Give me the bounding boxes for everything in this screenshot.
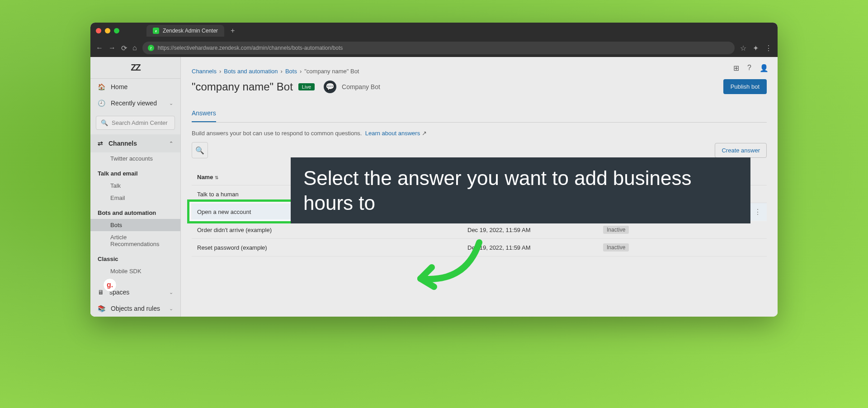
- search-answers-button[interactable]: 🔍: [192, 142, 208, 158]
- company-name: Company Bot: [342, 83, 380, 90]
- crumb-bots[interactable]: Bots: [285, 68, 297, 75]
- bot-avatar-icon: 💬: [324, 81, 336, 93]
- reload-icon[interactable]: ⟳: [121, 44, 127, 52]
- help-text-content: Build answers your bot can use to respon…: [192, 130, 362, 137]
- sort-icon: ⇅: [215, 175, 218, 180]
- sidebar-classic-header: Classic: [90, 250, 180, 265]
- page-title: "company name" Bot: [192, 81, 293, 93]
- table-row[interactable]: Order didn't arrive (example) Dec 19, 20…: [192, 221, 767, 239]
- crumb-bots-auto[interactable]: Bots and automation: [224, 68, 278, 75]
- lock-icon: z: [148, 45, 154, 51]
- crumb-channels[interactable]: Channels: [192, 68, 217, 75]
- browser-tab[interactable]: z Zendesk Admin Center: [146, 25, 224, 37]
- sidebar-search[interactable]: 🔍 Search Admin Center: [96, 116, 175, 130]
- tab-title: Zendesk Admin Center: [163, 28, 218, 34]
- search-icon: 🔍: [101, 119, 108, 126]
- create-answer-button[interactable]: Create answer: [715, 143, 767, 158]
- status-badge: Live: [298, 83, 315, 90]
- breadcrumbs: Channels › Bots and automation › Bots › …: [192, 68, 767, 75]
- search-placeholder: Search Admin Center: [112, 119, 168, 126]
- sidebar-twitter[interactable]: Twitter accounts: [90, 152, 180, 165]
- browser-window: z Zendesk Admin Center + ← → ⟳ ⌂ z https…: [90, 23, 778, 317]
- sidebar-article[interactable]: Article Recommendations: [90, 231, 180, 250]
- home-icon[interactable]: ⌂: [132, 44, 137, 52]
- home-label: Home: [111, 83, 127, 90]
- zendesk-logo-icon[interactable]: ZZ: [90, 57, 180, 79]
- url-text: https://selectivehardware.zendesk.com/ad…: [158, 45, 343, 51]
- monitor-icon: 🖥: [98, 289, 104, 296]
- tab-answers[interactable]: Answers: [192, 105, 216, 122]
- browser-right-icons: ☆ ✦ ⋮: [740, 44, 772, 52]
- extensions-icon[interactable]: ✦: [753, 44, 759, 52]
- external-icon: ↗: [422, 130, 427, 137]
- sidebar-objects[interactable]: 📚 Objects and rules ⌄: [90, 300, 180, 317]
- sidebar-talk[interactable]: Talk: [90, 180, 180, 192]
- chevron-down-icon: ⌄: [169, 289, 173, 295]
- objects-label: Objects and rules: [111, 305, 160, 312]
- help-link[interactable]: Learn about answers: [365, 130, 420, 137]
- minimize-window-icon[interactable]: [105, 28, 110, 33]
- apps-icon[interactable]: ⊞: [733, 64, 739, 72]
- sidebar-talk-email-header: Talk and email: [90, 165, 180, 180]
- sidebar-channels-header[interactable]: ⇄ Channels ⌃: [90, 134, 180, 152]
- chevron-down-icon: ⌄: [169, 306, 173, 312]
- app-content: ZZ 🏠 Home 🕘 Recently viewed ⌄ 🔍 Search A…: [90, 57, 778, 317]
- back-icon[interactable]: ←: [96, 44, 103, 52]
- sidebar-mobile-sdk[interactable]: Mobile SDK: [90, 265, 180, 277]
- chevron-down-icon: ⌄: [169, 100, 173, 106]
- channels-label: Channels: [108, 140, 137, 147]
- sidebar-email[interactable]: Email: [90, 192, 180, 204]
- profile-icon[interactable]: 👤: [760, 64, 769, 72]
- page-header: "company name" Bot Live 💬 Company Bot Pu…: [192, 79, 767, 94]
- sidebar-recently[interactable]: 🕘 Recently viewed ⌄: [90, 95, 180, 111]
- clock-icon: 🕘: [98, 100, 105, 107]
- close-window-icon[interactable]: [96, 28, 101, 33]
- sidebar-bots-header: Bots and automation: [90, 204, 180, 219]
- menu-icon[interactable]: ⋮: [765, 44, 772, 52]
- traffic-lights: [96, 28, 119, 33]
- status-pill: Inactive: [603, 243, 629, 251]
- bookmark-icon[interactable]: ☆: [740, 44, 746, 52]
- layers-icon: 📚: [98, 305, 105, 312]
- sidebar-home[interactable]: 🏠 Home: [90, 79, 180, 95]
- maximize-window-icon[interactable]: [114, 28, 119, 33]
- help-icon[interactable]: ?: [747, 64, 751, 72]
- recently-label: Recently viewed: [111, 100, 157, 107]
- g-badge-icon[interactable]: g.: [103, 278, 117, 292]
- instruction-callout: Select the answer you want to add busine…: [291, 157, 750, 223]
- status-pill: Inactive: [603, 226, 629, 234]
- zendesk-favicon-icon: z: [153, 28, 159, 34]
- topbar-icons: ⊞ ? 👤: [724, 57, 778, 79]
- help-text: Build answers your bot can use to respon…: [192, 130, 767, 137]
- sidebar: ZZ 🏠 Home 🕘 Recently viewed ⌄ 🔍 Search A…: [90, 57, 181, 317]
- new-tab-button[interactable]: +: [231, 27, 235, 35]
- arrow-icon: [407, 238, 488, 297]
- more-icon[interactable]: ⋮: [754, 208, 761, 216]
- url-bar: ← → ⟳ ⌂ z https://selectivehardware.zend…: [90, 39, 778, 57]
- titlebar: z Zendesk Admin Center +: [90, 23, 778, 39]
- channels-icon: ⇄: [98, 140, 103, 147]
- chevron-up-icon: ⌃: [169, 141, 173, 147]
- home-nav-icon: 🏠: [98, 83, 105, 90]
- sidebar-bots[interactable]: Bots: [90, 219, 180, 231]
- toolbar: 🔍 Create answer: [192, 142, 767, 158]
- crumb-current: "company name" Bot: [304, 68, 359, 75]
- cell-updated: Dec 19, 2022, 11:59 AM: [467, 227, 603, 233]
- publish-button[interactable]: Publish bot: [723, 79, 767, 94]
- forward-icon[interactable]: →: [108, 44, 116, 52]
- cell-name: Order didn't arrive (example): [197, 227, 467, 233]
- tabs: Answers: [192, 105, 767, 123]
- url-input[interactable]: z https://selectivehardware.zendesk.com/…: [142, 42, 735, 54]
